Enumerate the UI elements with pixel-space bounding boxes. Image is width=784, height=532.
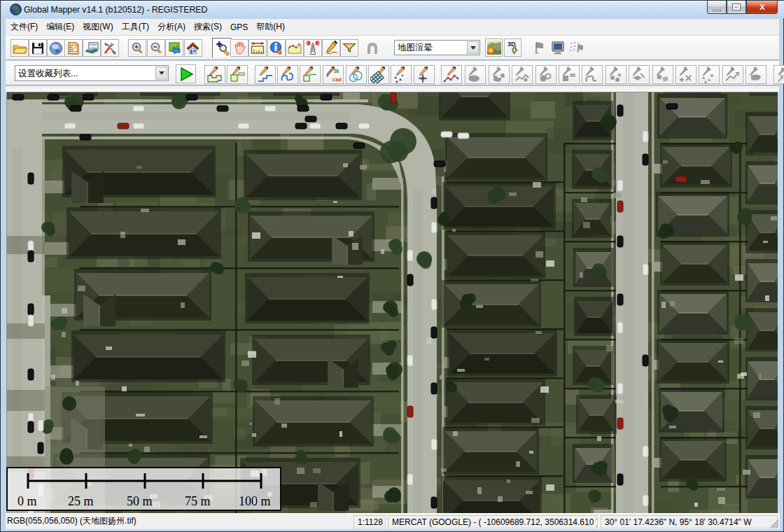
svg-text:36: 36 — [334, 69, 340, 74]
svg-text:i: i — [553, 47, 554, 51]
svg-text:cado: cado — [332, 77, 342, 83]
